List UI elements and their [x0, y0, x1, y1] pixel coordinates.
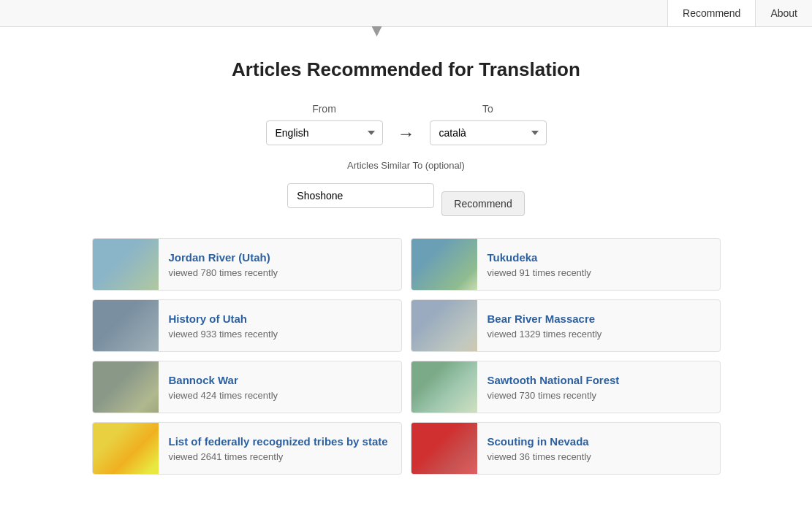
recommend-nav-button[interactable]: Recommend [667, 0, 756, 26]
article-card[interactable]: Bannock Warviewed 424 times recently [92, 361, 402, 413]
from-language-select[interactable]: English [266, 120, 383, 145]
article-info: List of federally recognized tribes by s… [159, 427, 401, 470]
article-card[interactable]: Bear River Massacreviewed 1329 times rec… [411, 299, 721, 352]
article-title: List of federally recognized tribes by s… [169, 434, 391, 449]
article-views: viewed 91 times recently [487, 267, 710, 278]
similar-label: Articles Similar To (optional) [92, 160, 721, 171]
article-card[interactable]: Jordan River (Utah)viewed 780 times rece… [92, 238, 402, 291]
recommend-button[interactable]: Recommend [441, 191, 524, 216]
article-card[interactable]: History of Utahviewed 933 times recently [92, 299, 402, 352]
article-views: viewed 1329 times recently [487, 329, 710, 340]
direction-arrow: → [398, 103, 415, 144]
article-card[interactable]: Sawtooth National Forestviewed 730 times… [411, 361, 721, 413]
article-title: Bear River Massacre [487, 312, 710, 326]
article-thumbnail [411, 300, 477, 351]
similar-input[interactable] [287, 183, 434, 208]
article-info: Tukudekaviewed 91 times recently [477, 243, 720, 286]
to-language-select[interactable]: català [430, 120, 547, 145]
article-info: Scouting in Nevadaviewed 36 times recent… [477, 427, 720, 470]
article-thumbnail [411, 361, 477, 413]
article-thumbnail [93, 423, 159, 474]
article-info: Sawtooth National Forestviewed 730 times… [477, 366, 720, 409]
from-label: From [312, 103, 336, 115]
article-title: Tukudeka [487, 250, 710, 265]
language-selector-row: From English → To català [92, 103, 721, 145]
article-title: Sawtooth National Forest [487, 373, 710, 388]
article-info: History of Utahviewed 933 times recently [159, 304, 401, 348]
top-navigation: Recommend About [0, 0, 812, 27]
article-views: viewed 730 times recently [487, 390, 710, 401]
article-thumbnail [93, 300, 159, 351]
article-info: Bannock Warviewed 424 times recently [159, 366, 401, 409]
to-language-col: To català [430, 103, 547, 145]
article-thumbnail [411, 239, 477, 290]
article-card[interactable]: Scouting in Nevadaviewed 36 times recent… [411, 422, 721, 475]
about-nav-button[interactable]: About [756, 0, 812, 26]
article-card[interactable]: Tukudekaviewed 91 times recently [411, 238, 721, 291]
article-thumbnail [411, 423, 477, 474]
article-thumbnail [93, 361, 159, 413]
article-views: viewed 933 times recently [169, 329, 391, 340]
article-title: Scouting in Nevada [487, 434, 710, 449]
article-title: History of Utah [169, 312, 391, 326]
from-language-col: From English [266, 103, 383, 145]
article-views: viewed 424 times recently [169, 390, 391, 401]
article-title: Jordan River (Utah) [169, 250, 391, 265]
article-info: Bear River Massacreviewed 1329 times rec… [477, 304, 720, 348]
articles-grid: Jordan River (Utah)viewed 780 times rece… [92, 238, 721, 475]
similar-section: Articles Similar To (optional) Recommend [92, 160, 721, 216]
article-card[interactable]: List of federally recognized tribes by s… [92, 422, 402, 475]
article-info: Jordan River (Utah)viewed 780 times rece… [159, 243, 401, 286]
article-views: viewed 2641 times recently [169, 451, 391, 462]
nav-indicator [372, 26, 382, 37]
page-title: Articles Recommended for Translation [92, 58, 721, 81]
article-title: Bannock War [169, 373, 391, 388]
to-label: To [482, 103, 493, 115]
article-views: viewed 36 times recently [487, 451, 710, 462]
main-content: Articles Recommended for Translation Fro… [77, 37, 735, 497]
article-thumbnail [93, 239, 159, 290]
article-views: viewed 780 times recently [169, 267, 391, 278]
